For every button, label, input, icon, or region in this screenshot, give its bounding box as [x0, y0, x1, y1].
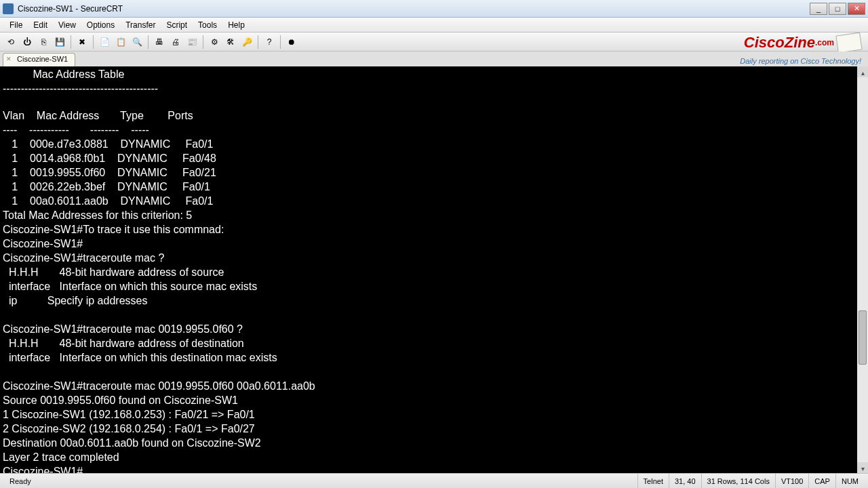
tab-label: Ciscozine-SW1	[17, 55, 68, 63]
copy-icon[interactable]: 📄	[97, 35, 112, 49]
status-num: NUM	[835, 474, 864, 488]
maximize-button[interactable]: □	[829, 3, 846, 15]
session-tab[interactable]: ✕ Ciscozine-SW1	[3, 53, 75, 66]
terminal-output[interactable]: Mac Address Table ----------------------…	[0, 66, 868, 473]
menu-transfer[interactable]: Transfer	[120, 19, 161, 31]
term-line: Ciscozine-SW1#	[3, 466, 83, 473]
status-protocol: Telnet	[637, 474, 669, 488]
print-preview-icon[interactable]: 📰	[184, 35, 199, 49]
term-line: 1 Ciscozine-SW1 (192.168.0.253) : Fa0/21…	[3, 409, 255, 420]
term-line: ip Specify ip addresses	[3, 295, 147, 306]
term-line: Ciscozine-SW1#traceroute mac 0019.9955.0…	[3, 323, 243, 335]
menu-file[interactable]: File	[4, 19, 28, 31]
tools-icon[interactable]: 🛠	[223, 35, 238, 49]
separator	[203, 35, 203, 49]
close-button[interactable]: ✕	[848, 3, 865, 15]
separator	[280, 35, 281, 49]
properties-icon[interactable]: ⚙	[207, 35, 222, 49]
term-line: ---- ----------- -------- -----	[3, 124, 149, 136]
term-line: Vlan Mac Address Type Ports	[3, 110, 193, 121]
term-line: H.H.H 48-bit hardware address of source	[3, 266, 224, 278]
menu-options[interactable]: Options	[81, 19, 120, 31]
minimize-button[interactable]: _	[810, 3, 827, 15]
term-line: interface Interface on which this source…	[3, 281, 257, 292]
app-icon	[3, 3, 14, 14]
menu-bar: File Edit View Options Transfer Script T…	[0, 18, 868, 33]
separator	[258, 35, 258, 49]
separator	[148, 35, 149, 49]
scroll-thumb[interactable]	[859, 310, 867, 365]
term-line: Destination 00a0.6011.aa0b found on Cisc…	[3, 437, 261, 449]
cross-icon[interactable]: ✖	[75, 35, 90, 49]
status-bar: Ready Telnet 31, 40 31 Rows, 114 Cols VT…	[0, 473, 868, 488]
status-ready: Ready	[4, 474, 637, 488]
term-line: Ciscozine-SW1#traceroute mac ?	[3, 252, 164, 264]
separator	[93, 35, 94, 49]
menu-edit[interactable]: Edit	[28, 19, 53, 31]
separator	[71, 35, 71, 49]
tab-bar: ✕ Ciscozine-SW1 Daily reporting on Cisco…	[0, 52, 868, 66]
save-icon[interactable]: 💾	[52, 35, 67, 49]
menu-script[interactable]: Script	[161, 19, 193, 31]
status-cap: CAP	[808, 474, 835, 488]
paste-icon[interactable]: 📋	[113, 35, 128, 49]
print-icon[interactable]: 🖨	[168, 35, 183, 49]
logo-suffix: .com	[815, 38, 834, 47]
title-bar: Ciscozine-SW1 - SecureCRT _ □ ✕	[0, 0, 868, 18]
term-line: 1 0026.22eb.3bef DYNAMIC Fa0/1	[3, 181, 210, 192]
term-line: Source 0019.9955.0f60 found on Ciscozine…	[3, 394, 238, 406]
term-line: 2 Ciscozine-SW2 (192.168.0.254) : Fa0/1 …	[3, 423, 255, 434]
scroll-up-icon[interactable]: ▴	[857, 66, 868, 77]
term-line: H.H.H 48-bit hardware address of destina…	[3, 338, 244, 349]
term-line: Layer 2 trace completed	[3, 451, 119, 463]
logo-text: CiscoZine	[744, 34, 815, 52]
status-cursor-pos: 31, 40	[669, 474, 701, 488]
brand-logo: CiscoZine.com	[744, 34, 861, 52]
key-icon[interactable]: 🔑	[239, 35, 254, 49]
status-size: 31 Rows, 114 Cols	[701, 474, 775, 488]
reconnect-icon[interactable]: ⟲	[3, 35, 18, 49]
term-line: 1 0014.a968.f0b1 DYNAMIC Fa0/48	[3, 152, 216, 164]
term-line: Mac Address Table	[3, 68, 124, 80]
term-line: Ciscozine-SW1#	[3, 238, 83, 249]
terminal-scrollbar[interactable]: ▴ ▾	[857, 66, 868, 473]
record-icon[interactable]: ⏺	[284, 35, 299, 49]
scroll-down-icon[interactable]: ▾	[857, 462, 868, 473]
term-line: 1 00a0.6011.aa0b DYNAMIC Fa0/1	[3, 195, 213, 207]
window-title: Ciscozine-SW1 - SecureCRT	[18, 4, 810, 14]
tab-close-icon[interactable]: ✕	[6, 56, 14, 64]
help-icon[interactable]: ?	[262, 35, 277, 49]
term-line: interface Interface on which this destin…	[3, 352, 277, 363]
menu-tools[interactable]: Tools	[193, 19, 222, 31]
menu-help[interactable]: Help	[222, 19, 250, 31]
term-line: 1 0019.9955.0f60 DYNAMIC Fa0/21	[3, 167, 216, 178]
term-line: Ciscozine-SW1#To trace it use this commn…	[3, 224, 224, 235]
menu-view[interactable]: View	[53, 19, 81, 31]
toolbar: ⟲ ⏻ ⎘ 💾 ✖ 📄 📋 🔍 🖶 🖨 📰 ⚙ 🛠 🔑 ? ⏺ CiscoZin…	[0, 33, 868, 52]
find-icon[interactable]: 🔍	[130, 35, 144, 49]
brand-tagline: Daily reporting on Cisco Technology!	[740, 57, 861, 65]
print-setup-icon[interactable]: 🖶	[152, 35, 167, 49]
status-term-type: VT100	[775, 474, 808, 488]
term-line: Total Mac Addresses for this criterion: …	[3, 209, 192, 221]
paper-icon	[835, 33, 862, 54]
term-line: ----------------------------------------…	[3, 83, 158, 94]
disconnect-icon[interactable]: ⏻	[20, 35, 35, 49]
term-line: Ciscozine-SW1#traceroute mac 0019.9955.0…	[3, 380, 315, 392]
term-line: 1 000e.d7e3.0881 DYNAMIC Fa0/1	[3, 138, 213, 150]
new-session-icon[interactable]: ⎘	[36, 35, 51, 49]
